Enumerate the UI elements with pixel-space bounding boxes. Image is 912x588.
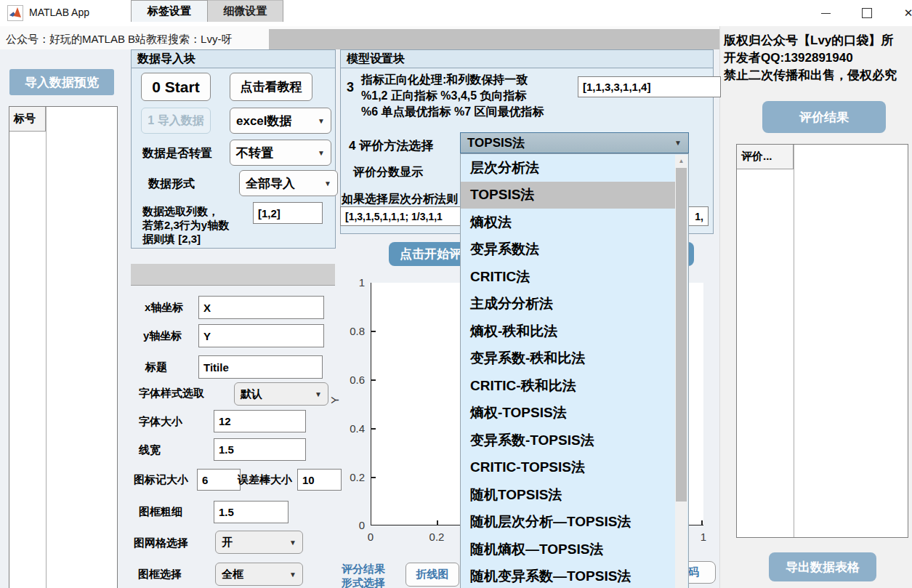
method-option[interactable]: 熵权-秩和比法 — [461, 318, 675, 345]
columns-hint-line1: 数据选取列数， — [142, 205, 219, 219]
dropdown-scrollbar-thumb[interactable] — [676, 168, 687, 502]
evaluation-result-button[interactable]: 评价结果 — [762, 101, 886, 133]
model-panel-title: 模型设置块 — [341, 50, 713, 68]
data-form-value: 全部导入 — [246, 175, 295, 192]
dropdown-scrollbar[interactable]: ▲ — [675, 155, 687, 588]
data-import-panel-title: 数据导入块 — [132, 50, 335, 68]
fontsize-label: 字体大小 — [139, 415, 182, 429]
plot-xtick: 1 — [689, 531, 718, 543]
columns-input[interactable]: [1,2] — [253, 202, 323, 224]
method-option[interactable]: 变异系数-TOPSIS法 — [461, 427, 675, 454]
maximize-icon — [862, 8, 872, 18]
xaxis-label: x轴坐标 — [145, 301, 183, 315]
result-table: 评价... — [736, 144, 908, 538]
grid-dropdown[interactable]: 开 ▼ — [215, 531, 303, 554]
preview-table: 标号 — [9, 106, 118, 588]
frame-label: 图框选择 — [138, 568, 182, 581]
import-preview-button[interactable]: 导入数据预览 — [9, 69, 114, 95]
plot-tickmark — [371, 379, 376, 381]
linewidth-label: 线宽 — [139, 443, 161, 457]
plot-tickmark — [371, 428, 376, 430]
indicator-direction-input[interactable]: [1,1,3,3,1,1,4] — [578, 76, 721, 97]
chevron-down-icon: ▼ — [318, 117, 325, 125]
method-select-value: TOPSIS法 — [467, 134, 525, 151]
method-option[interactable]: 主成分分析法 — [461, 291, 675, 318]
method-option[interactable]: 层次分析法 — [461, 154, 675, 182]
score-form-label-line2: 形式选择 — [342, 576, 385, 588]
tab-strip — [131, 264, 335, 286]
boxwidth-label: 图框粗细 — [139, 505, 182, 519]
chart-type-button[interactable]: 折线图 — [405, 563, 459, 587]
plot-ytick: 1 — [331, 276, 365, 289]
step3-hint-line1: 指标正向化处理:和列数保持一致 — [361, 73, 528, 88]
boxwidth-input[interactable]: 1.5 — [214, 501, 288, 523]
method-option[interactable]: 随机熵权—TOPSIS法 — [461, 536, 675, 563]
scroll-up-icon[interactable]: ▲ — [675, 155, 687, 167]
transpose-value: 不转置 — [236, 145, 273, 161]
chevron-down-icon: ▼ — [674, 139, 682, 147]
method-option[interactable]: 变异系数-秩和比法 — [461, 345, 675, 373]
chevron-down-icon: ▼ — [324, 180, 331, 188]
method-option[interactable]: 熵权-TOPSIS法 — [461, 400, 675, 427]
right-column: 版权归公众号【Lvy的口袋】所 开发者QQ:1392891940 禁止二次传播和… — [719, 26, 912, 588]
fontsize-input[interactable]: 12 — [214, 410, 306, 432]
tab-label-settings[interactable]: 标签设置 — [131, 0, 208, 22]
frame-dropdown[interactable]: 全框 ▼ — [215, 563, 303, 586]
fontstyle-value: 默认 — [241, 387, 262, 401]
minimize-button[interactable] — [809, 0, 842, 26]
data-source-dropdown[interactable]: excel数据 ▼ — [230, 108, 331, 134]
matlab-icon — [7, 5, 23, 21]
ahp-hint-label: 如果选择层次分析法则 — [342, 192, 458, 207]
method-option[interactable]: 变异系数法 — [461, 236, 675, 264]
plot-tickmark — [371, 331, 376, 332]
export-table-button[interactable]: 导出数据表格 — [769, 552, 876, 581]
fontstyle-label: 字体样式选取 — [139, 387, 204, 400]
copyright-line1: 版权归公众号【Lvy的口袋】所 — [724, 32, 893, 49]
method-option[interactable]: CRITIC法 — [461, 263, 675, 291]
method-option[interactable]: 熵权法 — [461, 209, 675, 236]
linewidth-input[interactable]: 1.5 — [214, 438, 306, 461]
yaxis-input[interactable]: Y — [198, 324, 324, 347]
method-option[interactable]: TOPSIS法 — [461, 182, 675, 209]
close-button[interactable]: ✕ — [892, 0, 912, 26]
method-select[interactable]: TOPSIS法 ▼ — [460, 132, 689, 153]
plot-ytick: 0 — [331, 519, 365, 531]
tab-fine-settings[interactable]: 细微设置 — [208, 0, 283, 22]
plot-xtick: 0 — [356, 531, 385, 543]
result-table-divider — [794, 145, 794, 537]
frame-value: 全框 — [222, 568, 243, 581]
method-option[interactable]: 随机变异系数—TOPSIS法 — [461, 563, 675, 588]
matrix-value-left: [1,3,1,5,1,1,1; 1/3,1,1 — [345, 211, 443, 222]
method-dropdown-items: 层次分析法TOPSIS法熵权法变异系数法CRITIC法主成分分析法熵权-秩和比法… — [461, 154, 688, 588]
fontstyle-dropdown[interactable]: 默认 ▼ — [234, 382, 328, 406]
method-option[interactable]: 随机TOPSIS法 — [461, 481, 675, 509]
grid-label: 图网格选择 — [134, 536, 188, 550]
data-form-label: 数据形式 — [148, 177, 195, 192]
columns-hint-line2: 若第2,3行为y轴数 — [142, 219, 229, 233]
grid-value: 开 — [222, 536, 233, 549]
chevron-down-icon: ▼ — [289, 539, 296, 547]
method-option[interactable]: CRITIC-TOPSIS法 — [461, 454, 675, 482]
tutorial-button[interactable]: 点击看教程 — [230, 73, 312, 101]
start-button[interactable]: 0 Start — [141, 73, 211, 101]
method-option[interactable]: 随机层次分析—TOPSIS法 — [461, 509, 675, 536]
transpose-dropdown[interactable]: 不转置 ▼ — [230, 140, 331, 166]
transpose-label: 数据是否转置 — [142, 146, 212, 161]
plot-ytick: 0.6 — [331, 374, 365, 386]
step3-number: 3 — [347, 80, 354, 95]
maximize-button[interactable] — [850, 0, 884, 26]
step3-hint-line2: %1,2 正向指标 %3,4,5 负向指标 — [361, 89, 527, 104]
preview-table-divider — [46, 107, 47, 588]
matrix-value-right: 1, — [695, 211, 703, 222]
title-input[interactable]: Titile — [198, 355, 323, 379]
plot-tickmark — [371, 477, 376, 478]
copyright-line3: 禁止二次传播和出售，侵权必究 — [724, 67, 897, 84]
yaxis-label: y轴坐标 — [143, 329, 182, 343]
data-form-dropdown[interactable]: 全部导入 ▼ — [239, 170, 338, 196]
chevron-down-icon: ▼ — [318, 149, 325, 157]
method-option[interactable]: CRITIC-秩和比法 — [461, 372, 675, 400]
marker-size-input[interactable]: 6 — [197, 469, 241, 491]
errorbar-size-input[interactable]: 10 — [297, 469, 342, 491]
xaxis-input[interactable]: X — [198, 296, 324, 319]
import-data-button[interactable]: 1 导入数据 — [141, 108, 211, 134]
